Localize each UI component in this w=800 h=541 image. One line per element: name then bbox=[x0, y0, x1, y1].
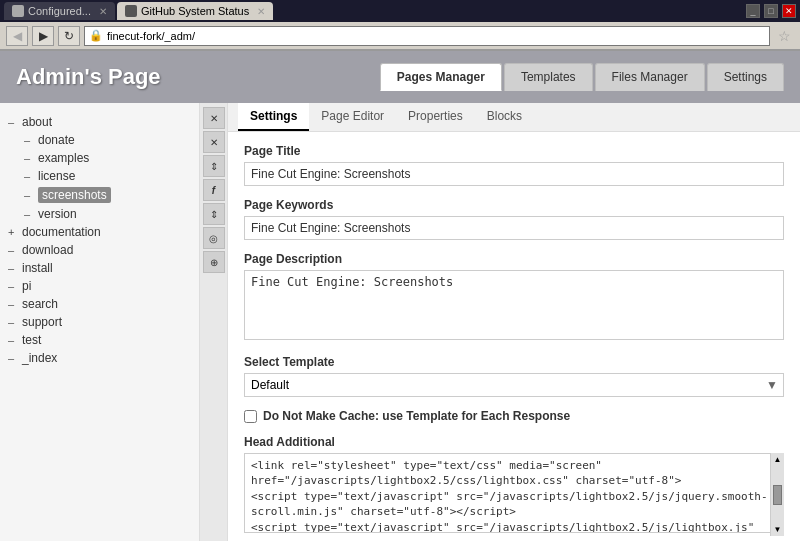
tree-bullet: – bbox=[8, 244, 22, 256]
sub-tabs: Settings Page Editor Properties Blocks bbox=[228, 103, 800, 132]
tree-bullet: – bbox=[8, 352, 22, 364]
sidebar-item-pi[interactable]: –pi bbox=[8, 277, 191, 295]
tree-bullet: – bbox=[24, 134, 38, 146]
tab-files-manager[interactable]: Files Manager bbox=[595, 63, 705, 91]
tree-label: support bbox=[22, 315, 62, 329]
tree-bullet: + bbox=[8, 226, 22, 238]
scrollbar-up-btn[interactable]: ▲ bbox=[773, 455, 782, 464]
toolbar-btn-4[interactable]: f bbox=[203, 179, 225, 201]
tree-bullet: – bbox=[8, 280, 22, 292]
window-controls: _ □ ✕ bbox=[746, 4, 796, 18]
forward-button[interactable]: ▶ bbox=[32, 26, 54, 46]
tree-label: download bbox=[22, 243, 73, 257]
tree-label: examples bbox=[38, 151, 89, 165]
app-title: Admin's Page bbox=[16, 64, 161, 90]
tree-bullet: – bbox=[8, 116, 22, 128]
back-button[interactable]: ◀ bbox=[6, 26, 28, 46]
sub-tab-settings[interactable]: Settings bbox=[238, 103, 309, 131]
tree-label: donate bbox=[38, 133, 75, 147]
browser-chrome: Configured... ✕ GitHub System Status ✕ _… bbox=[0, 0, 800, 51]
sidebar-item-download[interactable]: –download bbox=[8, 241, 191, 259]
tree-label: search bbox=[22, 297, 58, 311]
main-content: Settings Page Editor Properties Blocks P… bbox=[228, 103, 800, 541]
toolbar-btn-2[interactable]: ✕ bbox=[203, 131, 225, 153]
sub-tab-page-editor[interactable]: Page Editor bbox=[309, 103, 396, 131]
sidebar-item-_index[interactable]: –_index bbox=[8, 349, 191, 367]
browser-tab-2[interactable]: GitHub System Status ✕ bbox=[117, 2, 273, 20]
checkbox-row: Do Not Make Cache: use Template for Each… bbox=[244, 409, 784, 423]
tree-bullet: – bbox=[8, 334, 22, 346]
sidebar-item-search[interactable]: –search bbox=[8, 295, 191, 313]
minimize-button[interactable]: _ bbox=[746, 4, 760, 18]
scrollbar-down-btn[interactable]: ▼ bbox=[773, 525, 782, 534]
tab-pages-manager[interactable]: Pages Manager bbox=[380, 63, 502, 91]
address-icon: 🔒 bbox=[89, 29, 103, 42]
tree-bullet: – bbox=[24, 170, 38, 182]
content-toolbar: ✕ ✕ ⇕ f ⇕ ◎ ⊕ bbox=[200, 103, 228, 541]
page-description-label: Page Description bbox=[244, 252, 784, 266]
main-tabs: Pages Manager Templates Files Manager Se… bbox=[380, 63, 784, 91]
tree-label: screenshots bbox=[38, 187, 111, 203]
address-text: finecut-fork/_adm/ bbox=[107, 30, 195, 42]
sidebar-item-examples[interactable]: –examples bbox=[8, 149, 191, 167]
tree-label: install bbox=[22, 261, 53, 275]
page-title-input[interactable] bbox=[244, 162, 784, 186]
close-button[interactable]: ✕ bbox=[782, 4, 796, 18]
page-description-group: Page Description bbox=[244, 252, 784, 343]
tree-label: license bbox=[38, 169, 75, 183]
tabs-container: Configured... ✕ GitHub System Status ✕ bbox=[4, 2, 273, 20]
app-body: –about–donate–examples–license–screensho… bbox=[0, 103, 800, 541]
sidebar-item-test[interactable]: –test bbox=[8, 331, 191, 349]
sidebar-item-install[interactable]: –install bbox=[8, 259, 191, 277]
maximize-button[interactable]: □ bbox=[764, 4, 778, 18]
page-keywords-group: Page Keywords bbox=[244, 198, 784, 240]
toolbar-btn-5[interactable]: ⇕ bbox=[203, 203, 225, 225]
app-container: Admin's Page Pages Manager Templates Fil… bbox=[0, 51, 800, 541]
title-bar: Configured... ✕ GitHub System Status ✕ _… bbox=[0, 0, 800, 22]
tab1-close[interactable]: ✕ bbox=[99, 6, 107, 17]
tree-bullet: – bbox=[8, 262, 22, 274]
tab1-label: Configured... bbox=[28, 5, 91, 17]
scrollbar-thumb[interactable] bbox=[773, 485, 782, 505]
cache-checkbox[interactable] bbox=[244, 410, 257, 423]
toolbar-btn-7[interactable]: ⊕ bbox=[203, 251, 225, 273]
sidebar-item-donate[interactable]: –donate bbox=[8, 131, 191, 149]
tree-label: about bbox=[22, 115, 52, 129]
sidebar-item-version[interactable]: –version bbox=[8, 205, 191, 223]
tab-templates[interactable]: Templates bbox=[504, 63, 593, 91]
nav-bar: ◀ ▶ ↻ 🔒 finecut-fork/_adm/ ☆ bbox=[0, 22, 800, 50]
tree-bullet: – bbox=[8, 316, 22, 328]
page-keywords-label: Page Keywords bbox=[244, 198, 784, 212]
sub-tab-properties[interactable]: Properties bbox=[396, 103, 475, 131]
sidebar: –about–donate–examples–license–screensho… bbox=[0, 103, 200, 541]
head-additional-group: Head Additional ▲ ▼ bbox=[244, 435, 784, 536]
select-template-group: Select Template Default ▼ bbox=[244, 355, 784, 397]
toolbar-btn-6[interactable]: ◎ bbox=[203, 227, 225, 249]
head-additional-textarea[interactable] bbox=[244, 453, 784, 533]
sidebar-item-support[interactable]: –support bbox=[8, 313, 191, 331]
tab2-close[interactable]: ✕ bbox=[257, 6, 265, 17]
tree-label: test bbox=[22, 333, 41, 347]
browser-tab-1[interactable]: Configured... ✕ bbox=[4, 2, 115, 20]
tab-settings[interactable]: Settings bbox=[707, 63, 784, 91]
select-template-label: Select Template bbox=[244, 355, 784, 369]
sidebar-item-screenshots[interactable]: –screenshots bbox=[8, 185, 191, 205]
tab2-label: GitHub System Status bbox=[141, 5, 249, 17]
sidebar-item-documentation[interactable]: +documentation bbox=[8, 223, 191, 241]
sidebar-item-about[interactable]: –about bbox=[8, 113, 191, 131]
address-bar[interactable]: 🔒 finecut-fork/_adm/ bbox=[84, 26, 770, 46]
refresh-button[interactable]: ↻ bbox=[58, 26, 80, 46]
checkbox-label: Do Not Make Cache: use Template for Each… bbox=[263, 409, 570, 423]
tree-bullet: – bbox=[24, 189, 38, 201]
page-title-group: Page Title bbox=[244, 144, 784, 186]
page-keywords-input[interactable] bbox=[244, 216, 784, 240]
toolbar-btn-3[interactable]: ⇕ bbox=[203, 155, 225, 177]
sub-tab-blocks[interactable]: Blocks bbox=[475, 103, 534, 131]
bookmark-button[interactable]: ☆ bbox=[774, 26, 794, 46]
tree-bullet: – bbox=[8, 298, 22, 310]
sidebar-item-license[interactable]: –license bbox=[8, 167, 191, 185]
head-additional-label: Head Additional bbox=[244, 435, 784, 449]
select-template-field[interactable]: Default bbox=[244, 373, 784, 397]
toolbar-btn-1[interactable]: ✕ bbox=[203, 107, 225, 129]
page-description-textarea[interactable] bbox=[244, 270, 784, 340]
